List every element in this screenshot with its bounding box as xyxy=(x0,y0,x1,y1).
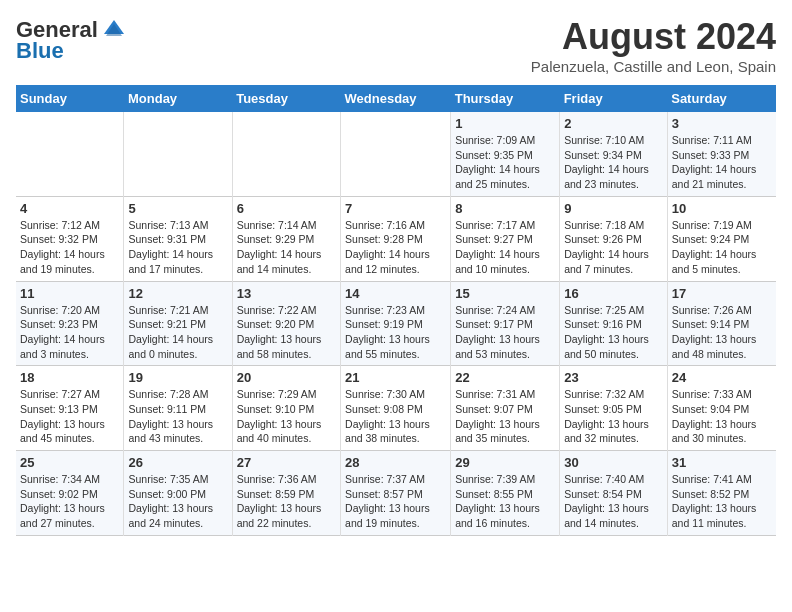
day-number: 25 xyxy=(20,455,119,470)
title-area: August 2024 Palenzuela, Castille and Leo… xyxy=(531,16,776,75)
day-info: Sunrise: 7:28 AM Sunset: 9:11 PM Dayligh… xyxy=(128,387,227,446)
day-info: Sunrise: 7:29 AM Sunset: 9:10 PM Dayligh… xyxy=(237,387,336,446)
calendar-week-row: 18Sunrise: 7:27 AM Sunset: 9:13 PM Dayli… xyxy=(16,366,776,451)
day-info: Sunrise: 7:19 AM Sunset: 9:24 PM Dayligh… xyxy=(672,218,772,277)
weekday-header-sunday: Sunday xyxy=(16,85,124,112)
logo-icon xyxy=(100,16,128,44)
day-number: 1 xyxy=(455,116,555,131)
weekday-header-monday: Monday xyxy=(124,85,232,112)
day-number: 18 xyxy=(20,370,119,385)
calendar-cell: 20Sunrise: 7:29 AM Sunset: 9:10 PM Dayli… xyxy=(232,366,340,451)
calendar-cell: 26Sunrise: 7:35 AM Sunset: 9:00 PM Dayli… xyxy=(124,451,232,536)
calendar-cell xyxy=(16,112,124,196)
day-number: 20 xyxy=(237,370,336,385)
day-info: Sunrise: 7:33 AM Sunset: 9:04 PM Dayligh… xyxy=(672,387,772,446)
calendar-cell: 23Sunrise: 7:32 AM Sunset: 9:05 PM Dayli… xyxy=(560,366,668,451)
calendar-cell: 1Sunrise: 7:09 AM Sunset: 9:35 PM Daylig… xyxy=(451,112,560,196)
calendar-cell: 29Sunrise: 7:39 AM Sunset: 8:55 PM Dayli… xyxy=(451,451,560,536)
calendar-cell: 31Sunrise: 7:41 AM Sunset: 8:52 PM Dayli… xyxy=(667,451,776,536)
calendar-cell: 30Sunrise: 7:40 AM Sunset: 8:54 PM Dayli… xyxy=(560,451,668,536)
calendar-cell xyxy=(124,112,232,196)
calendar-cell: 8Sunrise: 7:17 AM Sunset: 9:27 PM Daylig… xyxy=(451,196,560,281)
day-number: 7 xyxy=(345,201,446,216)
day-number: 24 xyxy=(672,370,772,385)
day-number: 14 xyxy=(345,286,446,301)
calendar-cell: 15Sunrise: 7:24 AM Sunset: 9:17 PM Dayli… xyxy=(451,281,560,366)
calendar-cell: 27Sunrise: 7:36 AM Sunset: 8:59 PM Dayli… xyxy=(232,451,340,536)
day-info: Sunrise: 7:21 AM Sunset: 9:21 PM Dayligh… xyxy=(128,303,227,362)
calendar-table: SundayMondayTuesdayWednesdayThursdayFrid… xyxy=(16,85,776,536)
day-info: Sunrise: 7:25 AM Sunset: 9:16 PM Dayligh… xyxy=(564,303,663,362)
calendar-body: 1Sunrise: 7:09 AM Sunset: 9:35 PM Daylig… xyxy=(16,112,776,535)
day-info: Sunrise: 7:26 AM Sunset: 9:14 PM Dayligh… xyxy=(672,303,772,362)
day-number: 26 xyxy=(128,455,227,470)
calendar-cell: 13Sunrise: 7:22 AM Sunset: 9:20 PM Dayli… xyxy=(232,281,340,366)
page-header: General Blue August 2024 Palenzuela, Cas… xyxy=(16,16,776,75)
calendar-cell: 9Sunrise: 7:18 AM Sunset: 9:26 PM Daylig… xyxy=(560,196,668,281)
calendar-week-row: 4Sunrise: 7:12 AM Sunset: 9:32 PM Daylig… xyxy=(16,196,776,281)
day-number: 2 xyxy=(564,116,663,131)
day-number: 6 xyxy=(237,201,336,216)
weekday-header-row: SundayMondayTuesdayWednesdayThursdayFrid… xyxy=(16,85,776,112)
day-info: Sunrise: 7:12 AM Sunset: 9:32 PM Dayligh… xyxy=(20,218,119,277)
calendar-week-row: 11Sunrise: 7:20 AM Sunset: 9:23 PM Dayli… xyxy=(16,281,776,366)
calendar-cell: 18Sunrise: 7:27 AM Sunset: 9:13 PM Dayli… xyxy=(16,366,124,451)
day-number: 16 xyxy=(564,286,663,301)
day-info: Sunrise: 7:22 AM Sunset: 9:20 PM Dayligh… xyxy=(237,303,336,362)
day-number: 27 xyxy=(237,455,336,470)
day-number: 23 xyxy=(564,370,663,385)
calendar-cell: 28Sunrise: 7:37 AM Sunset: 8:57 PM Dayli… xyxy=(341,451,451,536)
month-year-title: August 2024 xyxy=(531,16,776,58)
day-number: 28 xyxy=(345,455,446,470)
calendar-cell: 5Sunrise: 7:13 AM Sunset: 9:31 PM Daylig… xyxy=(124,196,232,281)
calendar-cell: 14Sunrise: 7:23 AM Sunset: 9:19 PM Dayli… xyxy=(341,281,451,366)
calendar-header: SundayMondayTuesdayWednesdayThursdayFrid… xyxy=(16,85,776,112)
calendar-cell: 25Sunrise: 7:34 AM Sunset: 9:02 PM Dayli… xyxy=(16,451,124,536)
calendar-cell: 2Sunrise: 7:10 AM Sunset: 9:34 PM Daylig… xyxy=(560,112,668,196)
day-info: Sunrise: 7:10 AM Sunset: 9:34 PM Dayligh… xyxy=(564,133,663,192)
day-info: Sunrise: 7:41 AM Sunset: 8:52 PM Dayligh… xyxy=(672,472,772,531)
day-info: Sunrise: 7:36 AM Sunset: 8:59 PM Dayligh… xyxy=(237,472,336,531)
day-number: 29 xyxy=(455,455,555,470)
day-number: 13 xyxy=(237,286,336,301)
calendar-cell xyxy=(232,112,340,196)
day-info: Sunrise: 7:39 AM Sunset: 8:55 PM Dayligh… xyxy=(455,472,555,531)
day-info: Sunrise: 7:13 AM Sunset: 9:31 PM Dayligh… xyxy=(128,218,227,277)
day-number: 31 xyxy=(672,455,772,470)
day-info: Sunrise: 7:30 AM Sunset: 9:08 PM Dayligh… xyxy=(345,387,446,446)
day-number: 21 xyxy=(345,370,446,385)
calendar-cell: 10Sunrise: 7:19 AM Sunset: 9:24 PM Dayli… xyxy=(667,196,776,281)
day-number: 4 xyxy=(20,201,119,216)
calendar-week-row: 25Sunrise: 7:34 AM Sunset: 9:02 PM Dayli… xyxy=(16,451,776,536)
day-number: 5 xyxy=(128,201,227,216)
day-info: Sunrise: 7:40 AM Sunset: 8:54 PM Dayligh… xyxy=(564,472,663,531)
day-number: 19 xyxy=(128,370,227,385)
day-info: Sunrise: 7:27 AM Sunset: 9:13 PM Dayligh… xyxy=(20,387,119,446)
day-info: Sunrise: 7:09 AM Sunset: 9:35 PM Dayligh… xyxy=(455,133,555,192)
day-number: 22 xyxy=(455,370,555,385)
day-info: Sunrise: 7:18 AM Sunset: 9:26 PM Dayligh… xyxy=(564,218,663,277)
weekday-header-friday: Friday xyxy=(560,85,668,112)
calendar-cell: 17Sunrise: 7:26 AM Sunset: 9:14 PM Dayli… xyxy=(667,281,776,366)
calendar-cell: 24Sunrise: 7:33 AM Sunset: 9:04 PM Dayli… xyxy=(667,366,776,451)
day-info: Sunrise: 7:23 AM Sunset: 9:19 PM Dayligh… xyxy=(345,303,446,362)
day-info: Sunrise: 7:11 AM Sunset: 9:33 PM Dayligh… xyxy=(672,133,772,192)
weekday-header-saturday: Saturday xyxy=(667,85,776,112)
day-number: 15 xyxy=(455,286,555,301)
calendar-cell: 11Sunrise: 7:20 AM Sunset: 9:23 PM Dayli… xyxy=(16,281,124,366)
calendar-cell xyxy=(341,112,451,196)
calendar-week-row: 1Sunrise: 7:09 AM Sunset: 9:35 PM Daylig… xyxy=(16,112,776,196)
calendar-cell: 3Sunrise: 7:11 AM Sunset: 9:33 PM Daylig… xyxy=(667,112,776,196)
weekday-header-tuesday: Tuesday xyxy=(232,85,340,112)
day-info: Sunrise: 7:14 AM Sunset: 9:29 PM Dayligh… xyxy=(237,218,336,277)
day-info: Sunrise: 7:17 AM Sunset: 9:27 PM Dayligh… xyxy=(455,218,555,277)
day-info: Sunrise: 7:31 AM Sunset: 9:07 PM Dayligh… xyxy=(455,387,555,446)
day-info: Sunrise: 7:37 AM Sunset: 8:57 PM Dayligh… xyxy=(345,472,446,531)
weekday-header-thursday: Thursday xyxy=(451,85,560,112)
day-info: Sunrise: 7:34 AM Sunset: 9:02 PM Dayligh… xyxy=(20,472,119,531)
day-number: 12 xyxy=(128,286,227,301)
day-number: 30 xyxy=(564,455,663,470)
day-info: Sunrise: 7:20 AM Sunset: 9:23 PM Dayligh… xyxy=(20,303,119,362)
weekday-header-wednesday: Wednesday xyxy=(341,85,451,112)
logo: General Blue xyxy=(16,16,128,62)
